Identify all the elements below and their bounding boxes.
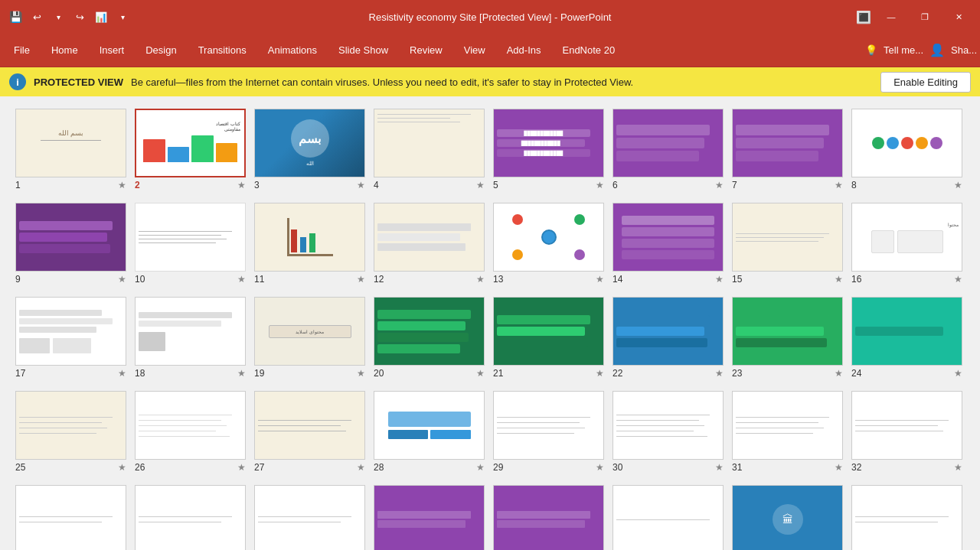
list-item[interactable]: ████████████ ████████████ ████████████ 5… xyxy=(493,109,606,190)
presentation-icon[interactable]: 📊 xyxy=(93,9,109,24)
tab-transitions[interactable]: Transitions xyxy=(188,37,257,63)
slide-star-icon[interactable]: ★ xyxy=(476,462,485,473)
list-item[interactable]: 8 ★ xyxy=(851,109,965,190)
list-item[interactable]: 6 ★ xyxy=(612,109,726,190)
list-item[interactable]: 4 ★ xyxy=(374,109,487,190)
tab-home[interactable]: Home xyxy=(41,37,89,63)
list-item[interactable]: 37 xyxy=(493,485,606,550)
slide-star-icon[interactable]: ★ xyxy=(357,368,365,379)
slide-star-icon[interactable]: ★ xyxy=(835,462,843,473)
slide-thumbnail-36[interactable] xyxy=(374,485,485,550)
list-item[interactable]: 32 ★ xyxy=(851,391,965,473)
redo-icon[interactable]: ↪ xyxy=(72,9,87,24)
list-item[interactable]: 21 ★ xyxy=(493,297,606,379)
list-item[interactable]: 33 ★ xyxy=(15,485,129,550)
list-item[interactable]: 15 ★ xyxy=(732,203,845,285)
list-item[interactable]: 10 ★ xyxy=(135,203,248,285)
slide-thumbnail-4[interactable] xyxy=(374,109,485,177)
slide-star-icon[interactable]: ★ xyxy=(715,368,724,379)
slide-star-icon[interactable]: ★ xyxy=(835,368,843,379)
slide-star-icon[interactable]: ★ xyxy=(954,368,962,379)
list-item[interactable]: 29 ★ xyxy=(493,391,606,473)
slide-thumbnail-11[interactable] xyxy=(254,203,365,272)
slide-thumbnail-23[interactable] xyxy=(732,297,843,366)
slide-star-icon[interactable]: ★ xyxy=(596,180,604,190)
slide-thumbnail-38[interactable] xyxy=(612,485,724,550)
list-item[interactable]: 🏛 39 xyxy=(732,485,845,550)
list-item[interactable]: 31 ★ xyxy=(732,391,845,473)
slide-thumbnail-19[interactable]: محتوای اسلاید xyxy=(254,297,365,366)
slide-star-icon[interactable]: ★ xyxy=(596,368,604,379)
slide-thumbnail-25[interactable] xyxy=(15,391,126,460)
slide-star-icon[interactable]: ★ xyxy=(835,274,843,285)
slide-thumbnail-35[interactable] xyxy=(254,485,365,550)
slide-thumbnail-37[interactable] xyxy=(493,485,604,550)
minimize-button[interactable]: — xyxy=(877,6,905,28)
slide-thumbnail-33[interactable] xyxy=(15,485,126,550)
tab-addins[interactable]: Add-Ins xyxy=(496,37,552,63)
list-item[interactable]: 18 ★ xyxy=(135,297,248,379)
slide-star-icon[interactable]: ★ xyxy=(715,180,724,190)
list-item[interactable]: بسم الله 3 ★ xyxy=(254,109,368,190)
slide-star-icon[interactable]: ★ xyxy=(835,180,843,190)
slide-thumbnail-16[interactable]: محتوا xyxy=(851,203,962,272)
slide-thumbnail-9[interactable] xyxy=(15,203,126,272)
slide-star-icon[interactable]: ★ xyxy=(118,368,126,379)
tab-design[interactable]: Design xyxy=(135,37,187,63)
close-button[interactable]: ✕ xyxy=(945,6,972,28)
slide-star-icon[interactable]: ★ xyxy=(715,462,724,473)
slide-star-icon[interactable]: ★ xyxy=(237,274,246,285)
slide-thumbnail-12[interactable] xyxy=(374,203,485,272)
tab-endnote[interactable]: EndNote 20 xyxy=(551,37,626,63)
slide-thumbnail-2[interactable]: كتاب اقتصادمقاومتی xyxy=(135,109,246,177)
slide-star-icon[interactable]: ★ xyxy=(237,368,246,379)
slide-thumbnail-21[interactable] xyxy=(493,297,604,366)
tab-insert[interactable]: Insert xyxy=(89,37,136,63)
list-item[interactable]: 30 ★ xyxy=(612,391,726,473)
slide-star-icon[interactable]: ★ xyxy=(954,274,962,285)
list-item[interactable]: 7 ★ xyxy=(732,109,845,190)
slide-star-icon[interactable]: ★ xyxy=(476,180,485,190)
slide-thumbnail-20[interactable] xyxy=(374,297,485,366)
list-item[interactable]: 17 ★ xyxy=(15,297,129,379)
slide-thumbnail-10[interactable] xyxy=(135,203,246,272)
slide-star-icon[interactable]: ★ xyxy=(118,462,126,473)
slide-thumbnail-17[interactable] xyxy=(15,297,126,366)
slide-thumbnail-31[interactable] xyxy=(732,391,843,460)
slide-star-icon[interactable]: ★ xyxy=(476,274,485,285)
restore-button[interactable]: ❐ xyxy=(911,6,939,28)
undo-dropdown-icon[interactable]: ▾ xyxy=(51,9,66,24)
slide-thumbnail-26[interactable] xyxy=(135,391,246,460)
list-item[interactable]: 12 ★ xyxy=(374,203,487,285)
list-item[interactable]: 26 ★ xyxy=(135,391,248,473)
list-item[interactable]: 25 ★ xyxy=(15,391,129,473)
slide-thumbnail-29[interactable] xyxy=(493,391,604,460)
slide-thumbnail-6[interactable] xyxy=(612,109,724,177)
slide-thumbnail-13[interactable] xyxy=(493,203,604,272)
list-item[interactable]: 9 ★ xyxy=(15,203,129,285)
list-item[interactable]: 38 xyxy=(612,485,726,550)
slide-thumbnail-32[interactable] xyxy=(851,391,962,460)
list-item[interactable]: 36 xyxy=(374,485,487,550)
list-item[interactable]: 13 ★ xyxy=(493,203,606,285)
list-item[interactable]: 14 ★ xyxy=(612,203,726,285)
save-icon[interactable]: 💾 xyxy=(8,9,23,24)
tab-view[interactable]: View xyxy=(453,37,496,63)
enable-editing-button[interactable]: Enable Editing xyxy=(880,72,971,93)
slide-thumbnail-28[interactable] xyxy=(374,391,485,460)
tab-review[interactable]: Review xyxy=(399,37,453,63)
slide-thumbnail-27[interactable] xyxy=(254,391,365,460)
slide-thumbnail-30[interactable] xyxy=(612,391,724,460)
list-item[interactable]: 34 ★ xyxy=(135,485,248,550)
slide-star-icon[interactable]: ★ xyxy=(596,274,604,285)
slide-thumbnail-39[interactable]: 🏛 xyxy=(732,485,843,550)
slide-thumbnail-5[interactable]: ████████████ ████████████ ████████████ xyxy=(493,109,604,177)
slide-thumbnail-3[interactable]: بسم الله xyxy=(254,109,365,177)
slide-thumbnail-14[interactable] xyxy=(612,203,724,272)
list-item[interactable]: 22 ★ xyxy=(612,297,726,379)
list-item[interactable]: 35 xyxy=(254,485,368,550)
slide-star-icon[interactable]: ★ xyxy=(118,180,126,190)
slide-thumbnail-7[interactable] xyxy=(732,109,843,177)
list-item[interactable]: 11 ★ xyxy=(254,203,368,285)
slide-star-icon[interactable]: ★ xyxy=(954,180,962,190)
